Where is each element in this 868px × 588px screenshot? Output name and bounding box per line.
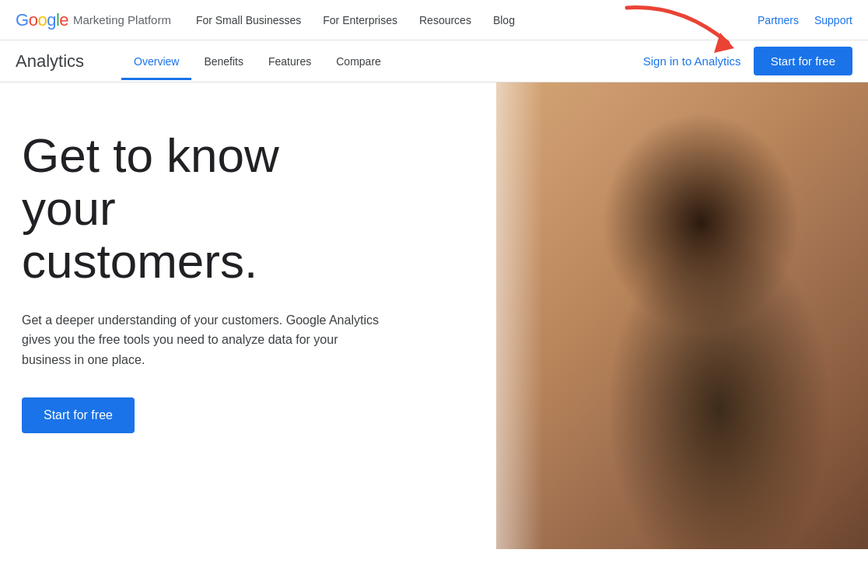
tab-features[interactable]: Features (256, 43, 324, 80)
tab-benefits[interactable]: Benefits (191, 43, 256, 80)
nav-support[interactable]: Support (814, 14, 852, 26)
start-free-button-subnav[interactable]: Start for free (754, 47, 852, 75)
start-free-button-hero[interactable]: Start for free (22, 397, 135, 433)
product-name: Marketing Platform (73, 13, 171, 26)
sub-nav-links: Overview Benefits Features Compare (121, 43, 643, 80)
top-navigation: Google Marketing Platform For Small Busi… (0, 0, 868, 40)
person-silhouette (496, 82, 868, 549)
analytics-label: Analytics (16, 51, 84, 72)
sub-nav-right: Sign in to Analytics Start for free (643, 47, 852, 75)
sub-navigation: Analytics Overview Benefits Features Com… (0, 40, 868, 82)
top-nav-right: Partners Support (758, 14, 852, 26)
google-logo-text: Google (16, 10, 68, 30)
tab-compare[interactable]: Compare (324, 43, 394, 80)
nav-small-businesses[interactable]: For Small Businesses (196, 14, 301, 26)
hero-section: Get to know your customers. Get a deeper… (0, 82, 868, 549)
hero-description: Get a deeper understanding of your custo… (22, 310, 380, 370)
tab-overview[interactable]: Overview (121, 43, 191, 80)
image-fade-overlay (496, 82, 543, 549)
nav-resources[interactable]: Resources (419, 14, 471, 26)
hero-content: Get to know your customers. Get a deeper… (0, 82, 496, 549)
logo[interactable]: Google Marketing Platform (16, 10, 171, 30)
nav-partners[interactable]: Partners (758, 14, 799, 26)
top-nav-links: For Small Businesses For Enterprises Res… (196, 14, 758, 26)
nav-blog[interactable]: Blog (493, 14, 515, 26)
hero-image (496, 82, 868, 549)
nav-enterprises[interactable]: For Enterprises (323, 14, 397, 26)
sign-in-analytics-link[interactable]: Sign in to Analytics (643, 54, 741, 68)
hero-heading: Get to know your customers. (22, 129, 465, 289)
